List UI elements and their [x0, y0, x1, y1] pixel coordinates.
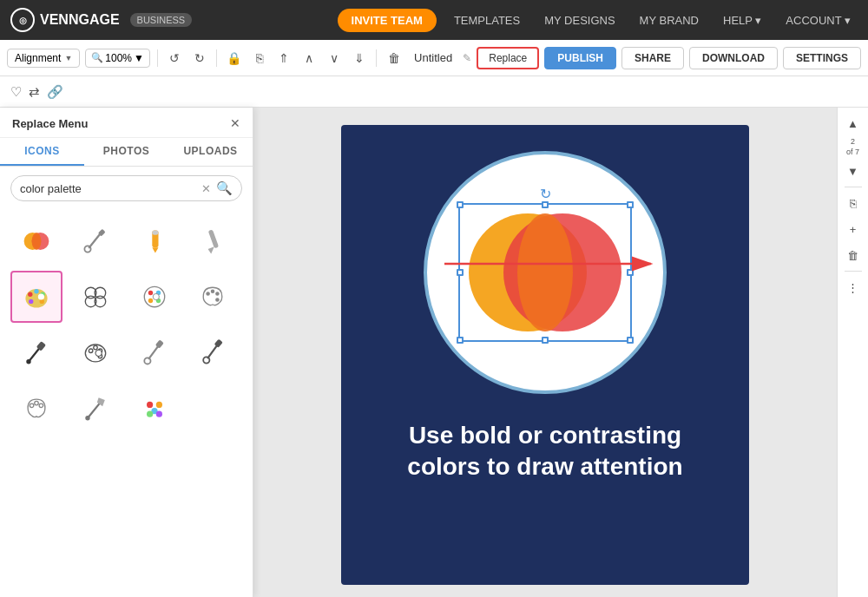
svg-point-2: [32, 233, 42, 250]
delete-page-button[interactable]: 🗑: [841, 243, 865, 267]
publish-button[interactable]: PUBLISH: [544, 47, 616, 69]
settings-button[interactable]: SETTINGS: [783, 47, 861, 69]
svg-point-45: [203, 357, 209, 363]
icon-palette-dots[interactable]: [187, 271, 239, 323]
up-button[interactable]: ∧: [299, 47, 319, 69]
icon-pen-1[interactable]: [187, 215, 239, 267]
link-icon[interactable]: 🔗: [47, 84, 63, 100]
svg-point-12: [28, 292, 32, 297]
delete-button[interactable]: 🗑: [384, 47, 404, 69]
tab-photos[interactable]: PHOTOS: [84, 138, 168, 166]
icon-colorful-dots-palette[interactable]: [128, 382, 181, 434]
lock-button[interactable]: 🔒: [224, 47, 244, 69]
icon-color-palette-selected[interactable]: [10, 271, 62, 323]
nav-my-brand[interactable]: MY BRAND: [633, 14, 706, 27]
tab-icons[interactable]: ICONS: [0, 138, 84, 166]
nav-help[interactable]: HELP ▾: [716, 14, 768, 27]
more-options-button[interactable]: ⋮: [841, 275, 865, 299]
swap-icon[interactable]: ⇄: [29, 84, 40, 100]
icon-face-palette[interactable]: [128, 271, 181, 323]
svg-point-29: [211, 289, 215, 293]
svg-point-17: [38, 293, 44, 299]
svg-point-23: [148, 291, 152, 295]
app-name: VENNGAGE: [40, 12, 120, 28]
svg-rect-9: [208, 229, 219, 248]
mastercard-svg: [463, 207, 628, 338]
replace-button[interactable]: Replace: [477, 47, 539, 69]
close-icon[interactable]: ✕: [230, 116, 240, 130]
alignment-chevron-icon: ▼: [64, 54, 72, 62]
svg-point-56: [147, 411, 153, 417]
svg-point-57: [155, 411, 161, 417]
redo-button[interactable]: ↻: [190, 47, 210, 69]
svg-point-42: [144, 358, 150, 364]
zoom-value: 100%: [105, 52, 132, 64]
mastercard-graphic: ↻: [463, 207, 628, 338]
nav-templates[interactable]: TEMPLATES: [447, 14, 527, 27]
move-down-button[interactable]: ⇓: [350, 47, 370, 69]
search-input[interactable]: [20, 182, 196, 195]
copy-page-button[interactable]: ⎘: [841, 191, 865, 215]
icon-paint-blobs[interactable]: [69, 271, 122, 323]
svg-marker-7: [152, 247, 158, 253]
toolbar-separator-2: [216, 49, 217, 67]
main-toolbar: Alignment ▼ 🔍 100% ▼ ↺ ↻ 🔒 ⎘ ⇑ ∧ ∨ ⇓ 🗑 U…: [0, 40, 868, 76]
add-page-button[interactable]: +: [841, 217, 865, 241]
handle-mr[interactable]: [627, 269, 634, 276]
copy-button[interactable]: ⎘: [249, 47, 269, 69]
nav-account[interactable]: ACCOUNT ▾: [779, 14, 858, 27]
alignment-dropdown[interactable]: Alignment ▼: [7, 49, 80, 68]
rotate-handle[interactable]: ↻: [540, 186, 551, 202]
top-nav: ◎ VENNGAGE BUSINESS INVITE TEAM TEMPLATE…: [0, 0, 868, 40]
canvas-circle: ↻: [424, 151, 667, 394]
handle-bl[interactable]: [457, 337, 464, 344]
download-button[interactable]: DOWNLOAD: [689, 47, 778, 69]
icon-eyedropper-1[interactable]: [69, 215, 122, 267]
handle-bm[interactable]: [542, 337, 549, 344]
zoom-chevron-icon: ▼: [134, 52, 144, 64]
secondary-toolbar: ♡ ⇄ 🔗: [0, 76, 868, 108]
icon-eyedropper-3[interactable]: [187, 326, 239, 378]
invite-team-button[interactable]: INVITE TEAM: [338, 9, 437, 32]
handle-tr[interactable]: [627, 201, 634, 208]
icon-eyedropper-2[interactable]: [128, 326, 181, 378]
icon-pen-3[interactable]: [69, 382, 122, 434]
page-current: 2: [846, 137, 859, 148]
svg-point-48: [35, 401, 39, 405]
down-button[interactable]: ∨: [325, 47, 345, 69]
panel-header: Replace Menu ✕: [0, 108, 253, 138]
icon-pen-2[interactable]: [10, 326, 62, 378]
icon-palette-3[interactable]: [69, 326, 122, 378]
icon-palette-4[interactable]: [10, 382, 62, 434]
undo-button[interactable]: ↺: [165, 47, 185, 69]
svg-point-4: [84, 246, 90, 252]
svg-point-36: [89, 349, 93, 353]
move-up-button[interactable]: ⇑: [274, 47, 294, 69]
svg-marker-10: [208, 246, 214, 253]
svg-point-51: [85, 416, 89, 420]
icon-marker[interactable]: [128, 215, 181, 267]
page-total: of 7: [846, 148, 859, 158]
search-icon[interactable]: 🔍: [216, 180, 233, 196]
zoom-control[interactable]: 🔍 100% ▼: [85, 49, 150, 68]
handle-br[interactable]: [627, 337, 634, 344]
svg-point-62: [517, 213, 573, 331]
svg-point-31: [215, 298, 220, 302]
clear-search-icon[interactable]: ✕: [201, 182, 211, 195]
replace-btn-container: Replace: [477, 47, 539, 69]
document-name[interactable]: Untitled: [409, 49, 457, 67]
svg-point-47: [30, 403, 34, 408]
tab-uploads[interactable]: UPLOADS: [168, 138, 253, 166]
icon-mastercard[interactable]: [10, 215, 62, 267]
scroll-down-button[interactable]: ▼: [841, 159, 865, 183]
scroll-up-button[interactable]: ▲: [841, 111, 865, 135]
svg-point-37: [94, 345, 98, 350]
heart-icon[interactable]: ♡: [10, 84, 22, 100]
replace-panel: Replace Menu ✕ ICONS PHOTOS UPLOADS ✕ 🔍: [0, 108, 253, 597]
canvas-area[interactable]: ↻ Use bold or contrasting colors to draw…: [253, 108, 837, 597]
svg-point-28: [207, 292, 211, 296]
nav-my-designs[interactable]: MY DESIGNS: [537, 14, 621, 27]
svg-point-40: [95, 350, 102, 356]
logo[interactable]: ◎ VENNGAGE: [10, 8, 120, 32]
share-button[interactable]: SHARE: [621, 47, 684, 69]
